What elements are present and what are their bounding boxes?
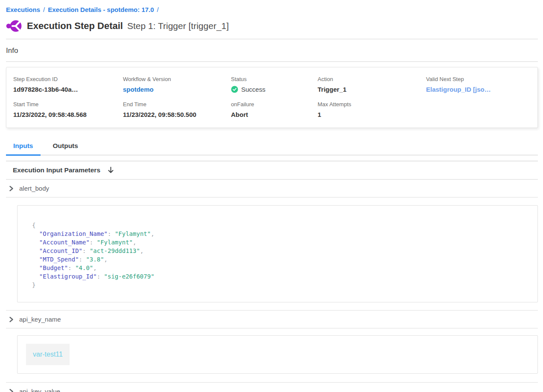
field-step-execution-id: Step Execution ID 1d97828c-13b6-40a… (13, 76, 123, 93)
onfailure-value: Abort (231, 111, 318, 118)
params-header-title: Execution Input Parameters (13, 166, 100, 174)
field-label: Start Time (13, 101, 123, 107)
end-time-value: 11/23/2022, 09:58:50.500 (123, 111, 231, 118)
params-header: Execution Input Parameters (6, 161, 538, 179)
tab-inputs[interactable]: Inputs (6, 137, 41, 156)
divider-under-alert-body-row (6, 197, 538, 197)
page: Executions/Execution Details - spotdemo:… (0, 0, 543, 392)
tab-bar: Inputs Outputs (6, 137, 538, 155)
chevron-right-icon (9, 317, 14, 322)
field-label: End Time (123, 101, 231, 107)
field-start-time: Start Time 11/23/2022, 09:58:48.568 (13, 101, 123, 118)
breadcrumb-trailing-separator: / (157, 6, 159, 13)
field-label: Workflow & Version (123, 76, 231, 82)
chevron-right-icon (9, 186, 14, 192)
param-row-alert-body[interactable]: alert_body (6, 180, 538, 197)
field-label: Valid Next Step (426, 76, 531, 82)
field-status: Status Success (231, 76, 318, 93)
spacer (6, 155, 538, 161)
title-row: Execution Step Detail Step 1: Trigger [t… (6, 20, 538, 32)
field-valid-next-step: Valid Next Step Elastigroup_ID [jso… (426, 76, 531, 93)
field-label: Status (231, 76, 318, 82)
fylamynt-logo-icon (6, 20, 22, 32)
status-badge: Success (231, 86, 318, 93)
breadcrumb-executions[interactable]: Executions (6, 6, 40, 13)
breadcrumb-separator: / (43, 6, 45, 13)
param-row-api-key-name[interactable]: api_key_name (6, 311, 538, 328)
valid-next-step-link[interactable]: Elastigroup_ID [jso… (426, 86, 531, 93)
api-key-name-value: var-test11 (26, 344, 70, 365)
field-label: Max Attempts (318, 101, 426, 107)
chevron-right-icon (9, 389, 14, 392)
breadcrumb: Executions/Execution Details - spotdemo:… (6, 6, 538, 13)
download-arrow-icon[interactable] (107, 166, 114, 174)
tab-outputs[interactable]: Outputs (46, 137, 85, 156)
action-value: Trigger_1 (318, 86, 426, 93)
success-check-icon (231, 86, 238, 93)
workflow-link[interactable]: spotdemo (123, 86, 231, 93)
max-attempts-value: 1 (318, 111, 426, 118)
status-text: Success (241, 86, 266, 93)
info-card-grid: Step Execution ID 1d97828c-13b6-40a… Wor… (13, 76, 531, 118)
param-label: api_key_name (19, 316, 61, 323)
step-execution-id-value: 1d97828c-13b6-40a… (13, 86, 123, 93)
field-label: onFailure (231, 101, 318, 107)
empty-cell (426, 101, 531, 118)
field-label: Step Execution ID (13, 76, 123, 82)
field-onfailure: onFailure Abort (231, 101, 318, 118)
divider-under-info-heading (6, 61, 538, 62)
step-info-card: Step Execution ID 1d97828c-13b6-40a… Wor… (6, 67, 538, 128)
page-subtitle: Step 1: Trigger [trigger_1] (127, 21, 229, 31)
start-time-value: 11/23/2022, 09:58:48.568 (13, 111, 123, 118)
alert-body-code-panel: { "Organization_Name": "Fylamynt", "Acco… (17, 205, 538, 302)
param-label: api_key_value (19, 388, 60, 392)
field-action: Action Trigger_1 (318, 76, 426, 93)
field-workflow-version: Workflow & Version spotdemo (123, 76, 231, 93)
api-key-name-value-panel: var-test11 (17, 335, 538, 374)
breadcrumb-execution-details[interactable]: Execution Details - spotdemo: 17.0 (48, 6, 154, 13)
info-section-heading: Info (6, 39, 538, 61)
field-end-time: End Time 11/23/2022, 09:58:50.500 (123, 101, 231, 118)
field-max-attempts: Max Attempts 1 (318, 101, 426, 118)
param-row-api-key-value[interactable]: api_key_value (6, 383, 538, 392)
page-title: Execution Step Detail (27, 20, 123, 32)
alert-body-json: { "Organization_Name": "Fylamynt", "Acco… (32, 221, 523, 289)
field-label: Action (318, 76, 426, 82)
param-label: alert_body (19, 185, 49, 192)
divider-under-api-key-name-row (6, 328, 538, 328)
